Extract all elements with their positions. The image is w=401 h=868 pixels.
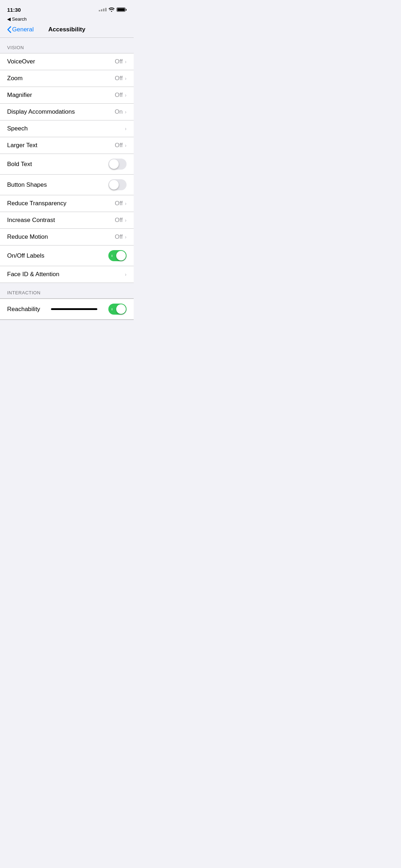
magnifier-row[interactable]: Magnifier Off ›	[0, 87, 134, 104]
speech-label: Speech	[7, 125, 28, 132]
display-accommodations-row[interactable]: Display Accommodations On ›	[0, 104, 134, 120]
reduce-transparency-value: Off	[115, 200, 123, 207]
back-button[interactable]: General	[7, 26, 34, 33]
wifi-icon	[109, 7, 114, 12]
chevron-icon: ›	[125, 109, 127, 115]
display-accommodations-label: Display Accommodations	[7, 108, 75, 115]
search-back[interactable]: ◀ Search	[0, 16, 134, 23]
reachability-left: Reachability	[7, 306, 97, 313]
on-off-labels-label: On/Off Labels	[7, 252, 45, 259]
face-id-label: Face ID & Attention	[7, 271, 59, 278]
chevron-icon: ›	[125, 76, 127, 81]
larger-text-value: Off	[115, 142, 123, 149]
vision-section-header: VISION	[0, 38, 134, 53]
button-shapes-toggle[interactable]	[108, 179, 127, 190]
status-time: 11:30	[7, 7, 21, 13]
chevron-icon: ›	[125, 234, 127, 240]
toggle-thumb	[109, 180, 119, 190]
interaction-section: INTERACTION Reachability I	[0, 283, 134, 320]
reachability-toggle[interactable]: I	[108, 304, 127, 315]
reduce-motion-value: Off	[115, 233, 123, 241]
nav-bar: General Accessibility	[0, 23, 134, 38]
larger-text-row[interactable]: Larger Text Off ›	[0, 137, 134, 154]
search-back-label: ◀ Search	[7, 16, 27, 22]
increase-contrast-value: Off	[115, 217, 123, 224]
display-accommodations-right: On ›	[115, 108, 127, 115]
chevron-icon: ›	[125, 143, 127, 148]
chevron-icon: ›	[125, 201, 127, 206]
face-id-row[interactable]: Face ID & Attention ›	[0, 266, 134, 283]
chevron-icon: ›	[125, 272, 127, 277]
chevron-icon: ›	[125, 217, 127, 223]
magnifier-right: Off ›	[115, 92, 127, 99]
toggle-on-label: I	[112, 254, 113, 258]
vision-section: VISION VoiceOver Off › Zoom Off › Magnif…	[0, 38, 134, 283]
reduce-transparency-label: Reduce Transparency	[7, 200, 66, 207]
chevron-left-icon	[7, 26, 11, 33]
vision-settings-list: VoiceOver Off › Zoom Off › Magnifier Off…	[0, 53, 134, 283]
interaction-section-header: INTERACTION	[0, 283, 134, 298]
increase-contrast-right: Off ›	[115, 217, 127, 224]
chevron-icon: ›	[125, 59, 127, 64]
on-off-labels-row[interactable]: On/Off Labels I	[0, 246, 134, 266]
reduce-motion-row[interactable]: Reduce Motion Off ›	[0, 229, 134, 246]
back-label: General	[12, 26, 34, 33]
toggle-on-label: I	[112, 308, 113, 311]
status-bar: 11:30	[0, 0, 134, 16]
signal-icon	[99, 8, 107, 11]
bold-text-row[interactable]: Bold Text	[0, 154, 134, 175]
zoom-right: Off ›	[115, 75, 127, 82]
toggle-thumb	[109, 159, 119, 169]
magnifier-label: Magnifier	[7, 92, 32, 99]
display-accommodations-value: On	[115, 108, 123, 115]
speech-right: ›	[125, 126, 127, 131]
reduce-motion-label: Reduce Motion	[7, 233, 48, 241]
bold-text-toggle[interactable]	[108, 159, 127, 170]
on-off-labels-toggle[interactable]: I	[108, 250, 127, 261]
reduce-transparency-row[interactable]: Reduce Transparency Off ›	[0, 195, 134, 212]
zoom-value: Off	[115, 75, 123, 82]
voiceover-label: VoiceOver	[7, 58, 35, 65]
reachability-label: Reachability	[7, 306, 40, 313]
chevron-icon: ›	[125, 92, 127, 98]
magnifier-value: Off	[115, 92, 123, 99]
toggle-thumb	[116, 251, 126, 260]
home-indicator	[51, 308, 97, 310]
voiceover-right: Off ›	[115, 58, 127, 65]
chevron-icon: ›	[125, 126, 127, 131]
button-shapes-label: Button Shapes	[7, 181, 47, 188]
speech-row[interactable]: Speech ›	[0, 120, 134, 137]
increase-contrast-row[interactable]: Increase Contrast Off ›	[0, 212, 134, 229]
reduce-motion-right: Off ›	[115, 233, 127, 241]
page-title: Accessibility	[48, 26, 86, 33]
reachability-row[interactable]: Reachability I	[0, 299, 134, 320]
face-id-right: ›	[125, 272, 127, 277]
toggle-thumb	[116, 304, 126, 314]
status-icons	[99, 7, 127, 12]
zoom-label: Zoom	[7, 75, 22, 82]
button-shapes-row[interactable]: Button Shapes	[0, 175, 134, 195]
interaction-settings-list: Reachability I	[0, 298, 134, 320]
reduce-transparency-right: Off ›	[115, 200, 127, 207]
zoom-row[interactable]: Zoom Off ›	[0, 70, 134, 87]
larger-text-right: Off ›	[115, 142, 127, 149]
voiceover-value: Off	[115, 58, 123, 65]
voiceover-row[interactable]: VoiceOver Off ›	[0, 53, 134, 70]
bold-text-label: Bold Text	[7, 161, 32, 168]
battery-icon	[117, 7, 127, 12]
larger-text-label: Larger Text	[7, 142, 37, 149]
increase-contrast-label: Increase Contrast	[7, 217, 55, 224]
